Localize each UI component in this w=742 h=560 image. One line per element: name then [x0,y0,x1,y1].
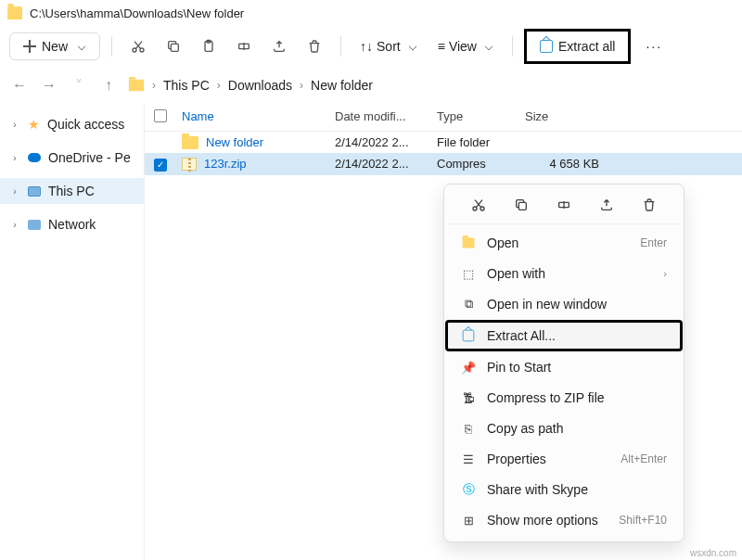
copy-button[interactable] [512,196,531,214]
rename-button[interactable] [555,196,573,214]
cut-button[interactable] [123,32,153,61]
properties-icon: ☰ [461,452,476,466]
view-button[interactable]: ≡ View [430,33,501,59]
copy-path-icon: ⎘ [461,421,476,436]
view-icon: ≡ [438,39,445,54]
delete-button[interactable] [640,196,659,214]
skype-icon: Ⓢ [461,482,476,497]
context-open-new-window[interactable]: ⧉ Open in new window [448,289,680,319]
chevron-down-icon [485,43,493,50]
breadcrumb[interactable]: › This PC › Downloads › New folder [128,78,733,93]
paste-button[interactable] [194,32,224,61]
cut-button[interactable] [469,196,488,214]
chevron-right-icon: › [663,268,667,279]
copy-button[interactable] [159,32,188,61]
extract-all-label: Extract all [558,39,615,54]
watermark: wsxdn.com [690,548,736,558]
extract-icon [461,328,476,343]
sort-button[interactable]: ↑↓ Sort [352,33,425,59]
rename-icon [556,197,571,212]
open-icon [461,235,476,250]
forward-button[interactable]: → [39,75,59,95]
breadcrumb-item[interactable]: New folder [311,78,373,93]
sidebar-item-this-pc[interactable]: › This PC [0,178,144,204]
up-button[interactable]: ↑ [98,75,119,95]
rename-icon [237,39,251,54]
row-checkbox[interactable]: ✓ [154,159,167,172]
pin-icon: 📌 [461,360,476,375]
sidebar-item-onedrive[interactable]: › OneDrive - Pe [0,145,144,171]
trash-icon [642,197,657,212]
new-label: New [42,39,68,54]
window-title: C:\Users\hamma\Downloads\New folder [30,6,244,20]
file-type: Compres [437,157,525,171]
context-more-options[interactable]: ⊞ Show more options Shift+F10 [448,505,680,535]
chevron-right-icon: › [9,219,20,230]
share-icon [272,39,287,54]
file-row[interactable]: ✓ 123r.zip 2/14/2022 2... Compres 4 658 … [145,153,742,175]
context-share-skype[interactable]: Ⓢ Share with Skype [448,475,680,504]
compress-icon: 🗜 [461,390,476,405]
trash-icon [307,39,322,54]
star-icon: ★ [28,117,40,132]
more-icon: ⊞ [461,513,476,528]
select-all-checkbox[interactable] [154,109,167,122]
rename-button[interactable] [229,32,259,61]
context-copy-path[interactable]: ⎘ Copy as path [448,414,680,443]
copy-icon [166,39,181,54]
share-button[interactable] [597,196,616,214]
delete-button[interactable] [300,32,329,61]
chevron-right-icon: › [9,119,20,130]
extract-icon [540,40,553,53]
pc-icon [28,186,41,197]
new-button[interactable]: New [9,32,100,60]
sidebar-item-network[interactable]: › Network [0,211,144,237]
context-properties[interactable]: ☰ Properties Alt+Enter [448,444,680,474]
separator [512,36,513,57]
sidebar: › ★ Quick access › OneDrive - Pe › This … [0,104,144,560]
sort-icon: ↑↓ [360,39,373,54]
share-button[interactable] [264,32,294,61]
sidebar-item-quick-access[interactable]: › ★ Quick access [0,111,144,137]
separator [111,36,112,57]
breadcrumb-item[interactable]: Downloads [228,78,292,93]
extract-all-button[interactable]: Extract all [529,33,626,59]
context-quick-actions [448,190,680,224]
chevron-right-icon: › [300,79,303,92]
column-date[interactable]: Date modifi... [335,109,437,125]
column-headers[interactable]: Name Date modifi... Type Size [145,104,742,132]
window-icon: ⧉ [461,297,476,312]
more-button[interactable]: ··· [636,39,672,54]
view-label: View [449,39,477,54]
share-icon [599,197,614,212]
chevron-right-icon: › [9,152,20,163]
titlebar: C:\Users\hamma\Downloads\New folder [0,0,742,26]
context-open[interactable]: Open Enter [448,228,680,258]
file-row[interactable]: New folder 2/14/2022 2... File folder [145,132,742,153]
back-button[interactable]: ← [9,75,30,95]
toolbar: New ↑↓ Sort ≡ View Extract all ··· [0,26,742,67]
chevron-right-icon: › [9,185,20,197]
column-size[interactable]: Size [525,109,599,125]
file-name: 123r.zip [204,157,247,171]
context-extract-all[interactable]: Extract All... [445,320,683,351]
column-name[interactable]: Name [182,109,335,125]
sidebar-item-label: Network [48,217,96,232]
context-open-with[interactable]: ⬚ Open with › [448,259,680,288]
plus-icon [23,40,36,53]
chevron-right-icon: › [152,79,156,92]
up-button[interactable]: ˅ [69,75,89,95]
context-compress-zip[interactable]: 🗜 Compress to ZIP file [448,383,680,413]
breadcrumb-item[interactable]: This PC [163,78,210,93]
file-name: New folder [206,135,263,149]
extract-all-highlight: Extract all [524,29,631,64]
file-date: 2/14/2022 2... [335,135,437,149]
file-size: 4 658 KB [525,157,599,171]
context-pin-to-start[interactable]: 📌 Pin to Start [448,352,680,382]
folder-icon [182,136,198,149]
cut-icon [131,39,146,54]
svg-rect-2 [171,44,178,51]
column-type[interactable]: Type [437,109,525,125]
cut-icon [471,197,486,212]
network-icon [28,220,41,230]
